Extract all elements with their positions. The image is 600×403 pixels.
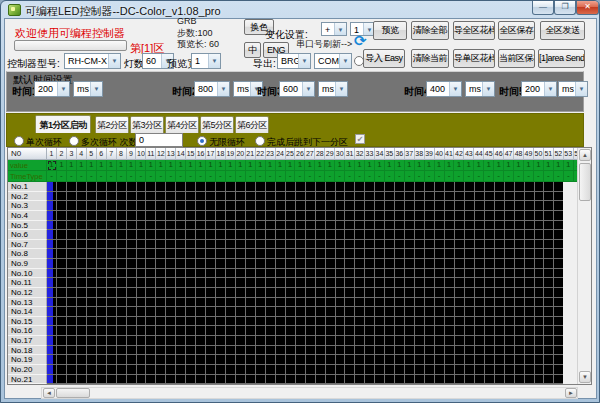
timetype-cell[interactable]: - (256, 171, 266, 182)
timetype-cell[interactable]: - (266, 171, 276, 182)
timetype-cell[interactable]: - (276, 171, 286, 182)
row-cells[interactable] (53, 192, 563, 202)
row-cells[interactable] (53, 288, 563, 298)
value-cell[interactable]: 1 (127, 160, 137, 171)
change-mode-select[interactable]: + ▼ (321, 22, 347, 36)
current-zone-save-button[interactable]: 当前区保存 (498, 49, 535, 68)
row-cells[interactable] (53, 317, 563, 327)
value-cell[interactable]: 1 (117, 160, 127, 171)
timetype-cell[interactable]: - (345, 171, 355, 182)
row-cells[interactable] (53, 326, 563, 336)
timetype-cell[interactable]: - (395, 171, 405, 182)
value-cell[interactable]: 1 (425, 160, 435, 171)
maximize-button[interactable]: ❐ (554, 1, 576, 15)
tab-partition-4[interactable]: 第4分区 (165, 116, 199, 133)
timetype-cell[interactable]: - (136, 171, 146, 182)
value-cell[interactable]: 1 (415, 160, 425, 171)
scroll-left-icon[interactable]: ◄ (43, 388, 55, 398)
timetype-cell[interactable]: - (286, 171, 296, 182)
value-cell[interactable]: 1 (97, 160, 107, 171)
timetype-cell[interactable]: - (57, 171, 67, 182)
timetype-cell[interactable]: - (305, 171, 315, 182)
com-port-select[interactable]: COM1 ▼ (314, 53, 352, 69)
value-cell[interactable]: 1 (544, 160, 554, 171)
value-cell[interactable]: 1 (524, 160, 534, 171)
value-cell[interactable]: 1 (494, 160, 504, 171)
export-select[interactable]: BRG ▼ (277, 53, 311, 69)
row-cells[interactable] (53, 259, 563, 269)
time-unit-select-3[interactable]: ms▼ (318, 81, 348, 97)
row-cells[interactable] (53, 249, 563, 259)
timetype-cell[interactable]: - (415, 171, 425, 182)
scroll-up-icon[interactable]: ▲ (579, 149, 591, 161)
timetype-cell[interactable]: - (425, 171, 435, 182)
radio-infinite[interactable] (197, 136, 207, 146)
value-cell[interactable]: 1 (345, 160, 355, 171)
timetype-cell[interactable]: - (186, 171, 196, 182)
value-cell[interactable]: 1 (554, 160, 564, 171)
timetype-cell[interactable]: - (196, 171, 206, 182)
titlebar[interactable]: 可编程LED控制器--DC-Color_v1.08_pro — ❐ ✕ (1, 1, 599, 18)
timetype-cell[interactable]: - (127, 171, 137, 182)
timetype-cell[interactable]: - (236, 171, 246, 182)
value-cell[interactable]: 1 (305, 160, 315, 171)
time-value-select-5[interactable]: 200▼ (521, 81, 557, 97)
timetype-cell[interactable]: - (206, 171, 216, 182)
value-cell[interactable]: 1 (107, 160, 117, 171)
value-cell[interactable]: 1 (405, 160, 415, 171)
timetype-cell[interactable]: - (146, 171, 156, 182)
loop-count-input[interactable]: 0 (135, 133, 183, 147)
time-value-select-1[interactable]: 200▼ (34, 81, 70, 97)
time-value-select-2[interactable]: 800▼ (194, 81, 230, 97)
value-cell[interactable]: 1 (365, 160, 375, 171)
timetype-cell[interactable]: - (355, 171, 365, 182)
timetype-cell[interactable]: - (77, 171, 87, 182)
timetype-cell[interactable]: - (226, 171, 236, 182)
clear-current-button[interactable]: 清除当前 (411, 49, 449, 68)
option-checkbox[interactable]: ✔ (355, 134, 365, 144)
row-cells[interactable] (53, 240, 563, 250)
horizontal-scroll-thumb[interactable] (56, 388, 90, 398)
value-cell[interactable]: 1 (176, 160, 186, 171)
timetype-cell[interactable]: - (166, 171, 176, 182)
refresh-icon[interactable]: ⟳ (354, 32, 367, 50)
value-cell[interactable]: 1 (315, 160, 325, 171)
time-value-select-3[interactable]: 600▼ (279, 81, 315, 97)
row-cells[interactable] (53, 365, 563, 375)
tab-partition-1[interactable]: 第1分区启动 (35, 115, 91, 133)
timetype-cell[interactable]: - (464, 171, 474, 182)
time-value-select-4[interactable]: 400▼ (426, 81, 462, 97)
row-cells[interactable] (53, 346, 563, 356)
close-button[interactable]: ✕ (576, 1, 599, 15)
value-cell[interactable]: 1 (196, 160, 206, 171)
value-cell[interactable]: 1 (146, 160, 156, 171)
preview-width-select[interactable]: 1 ▼ (191, 53, 221, 69)
value-cell[interactable]: 1 (464, 160, 474, 171)
value-cell[interactable]: 1 (57, 160, 67, 171)
value-cell[interactable]: 1 (514, 160, 524, 171)
timetype-cell[interactable]: - (494, 171, 504, 182)
timetype-cell[interactable]: - (325, 171, 335, 182)
lang-cn-button[interactable]: 中 (244, 42, 261, 58)
value-cell[interactable]: 1 (226, 160, 236, 171)
value-cell[interactable]: 1 (206, 160, 216, 171)
row-cells[interactable] (53, 230, 563, 240)
time-unit-select-5[interactable]: ms▼ (558, 81, 588, 97)
timetype-cell[interactable]: - (484, 171, 494, 182)
timetype-cell[interactable]: - (365, 171, 375, 182)
export-zone-pattern-button[interactable]: 导单区花样 (453, 49, 495, 68)
tab-partition-2[interactable]: 第2分区 (95, 116, 129, 133)
value-cell[interactable]: 1 (216, 160, 226, 171)
timetype-cell[interactable]: - (375, 171, 385, 182)
timetype-cell[interactable]: - (47, 171, 57, 182)
tab-partition-6[interactable]: 第6分区 (235, 116, 269, 133)
allzone-send-button[interactable]: 全区发送 (540, 21, 585, 40)
value-cell[interactable]: 1 (295, 160, 305, 171)
vertical-scroll-thumb[interactable] (579, 163, 591, 201)
timetype-cell[interactable]: - (445, 171, 455, 182)
value-cell[interactable]: 1 (286, 160, 296, 171)
clear-all-button[interactable]: 清除全部 (411, 21, 449, 40)
timetype-cell[interactable]: - (534, 171, 544, 182)
timetype-cell[interactable]: - (335, 171, 345, 182)
value-cell[interactable]: 1 (445, 160, 455, 171)
